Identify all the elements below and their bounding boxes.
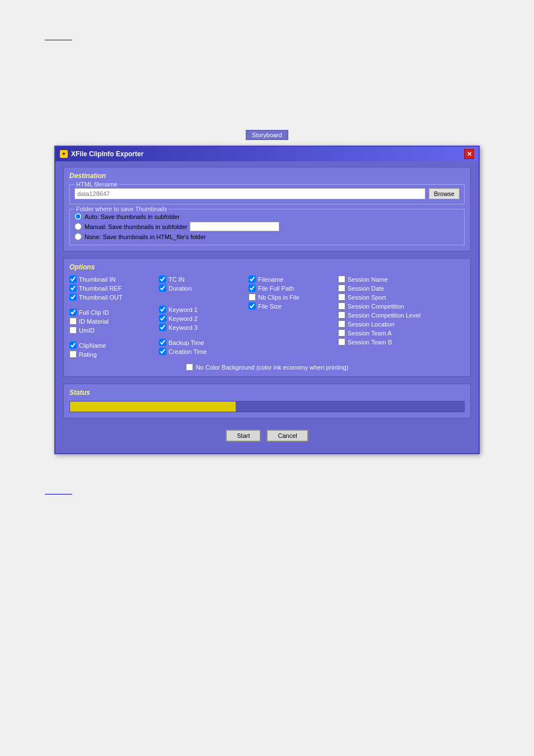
option-checkbox[interactable] (338, 276, 345, 283)
option-label: Keyword 2 (168, 315, 198, 322)
checkbox-row: Session Competition Level (338, 311, 446, 319)
browse-button[interactable]: Browse (429, 188, 460, 199)
checkbox-row: Nb Clips in File (249, 293, 334, 301)
dialog-body: Destination HTML filename Browse Folder … (55, 161, 479, 453)
dialog-window: ✦ XFile ClipInfo Exporter ✕ Destination … (54, 146, 480, 454)
options-col-4: Session NameSession DateSession SportSes… (338, 276, 450, 358)
option-checkbox[interactable] (159, 284, 166, 292)
checkbox-row: Thumbnail REF (69, 284, 154, 292)
option-checkbox[interactable] (69, 326, 77, 334)
dialog-titlebar: ✦ XFile ClipInfo Exporter ✕ (55, 147, 479, 161)
option-label: File Full Path (258, 285, 294, 292)
manual-subfolder-input[interactable] (190, 222, 279, 231)
option-checkbox[interactable] (69, 309, 77, 316)
option-checkbox[interactable] (249, 302, 256, 310)
options-section: Options Thumbnail INThumbnail REFThumbna… (63, 258, 471, 377)
option-label: Full Clip ID (79, 309, 109, 316)
spacer (69, 302, 154, 307)
option-checkbox[interactable] (159, 339, 166, 346)
checkbox-row: TC IN (159, 276, 244, 283)
no-color-checkbox[interactable] (186, 363, 193, 371)
option-checkbox[interactable] (69, 351, 77, 358)
checkbox-row: Session Sport (338, 293, 446, 301)
top-link[interactable]: ________ (45, 34, 72, 40)
spacer (69, 335, 154, 340)
radio-auto[interactable] (74, 213, 82, 220)
option-checkbox[interactable] (69, 293, 77, 301)
checkbox-row: Thumbnail OUT (69, 293, 154, 301)
option-label: Keyword 3 (168, 324, 198, 331)
option-checkbox[interactable] (338, 311, 345, 319)
thumbnail-folder-label: Folder where to save Thumbnails (74, 206, 168, 212)
checkbox-row: Creation Time (159, 348, 244, 355)
checkbox-row: Session Name (338, 276, 446, 283)
radio-manual[interactable] (74, 223, 82, 230)
radio-auto-label: Auto: Save thumbnails in subfolder (85, 213, 180, 220)
checkbox-row: Filename (249, 276, 334, 283)
option-checkbox[interactable] (338, 320, 345, 328)
checkbox-row: Session Competition (338, 302, 446, 310)
option-checkbox[interactable] (249, 276, 256, 283)
option-label: Session Competition Level (348, 312, 420, 319)
checkbox-row: Session Team B (338, 338, 446, 346)
option-checkbox[interactable] (338, 329, 345, 337)
option-checkbox[interactable] (69, 284, 77, 292)
option-checkbox[interactable] (159, 315, 166, 322)
checkbox-row: Backup Time (159, 339, 244, 346)
option-checkbox[interactable] (159, 324, 166, 331)
destination-section: Destination HTML filename Browse Folder … (63, 167, 471, 251)
radio-manual-label: Manual: Save thumbnails in subfolder (85, 223, 187, 230)
option-checkbox[interactable] (338, 338, 345, 346)
filename-input[interactable] (74, 188, 425, 199)
titlebar-left: ✦ XFile ClipInfo Exporter (60, 150, 143, 158)
option-checkbox[interactable] (249, 293, 256, 301)
option-label: Creation Time (168, 348, 207, 355)
destination-title: Destination (69, 172, 465, 180)
option-checkbox[interactable] (159, 348, 166, 355)
option-label: Session Name (348, 276, 388, 283)
option-checkbox[interactable] (159, 306, 166, 313)
html-filename-label: HTML filename (74, 181, 119, 188)
option-label: File Size (258, 303, 282, 310)
option-checkbox[interactable] (159, 276, 166, 283)
checkbox-row: Thumbnail IN (69, 276, 154, 283)
checkbox-row: Session Team A (338, 329, 446, 337)
start-button[interactable]: Start (226, 430, 261, 442)
option-checkbox[interactable] (338, 284, 345, 292)
radio-none[interactable] (74, 233, 82, 240)
checkbox-row: Full Clip ID (69, 309, 154, 316)
option-label: Thumbnail OUT (79, 294, 123, 301)
radio-none-label: None: Save thumbnails in HTML_file's fol… (85, 234, 206, 240)
option-checkbox[interactable] (69, 342, 77, 349)
option-label: Rating (79, 351, 97, 358)
options-grid: Thumbnail INThumbnail REFThumbnail OUTFu… (69, 276, 465, 358)
option-checkbox[interactable] (338, 302, 345, 310)
option-label: Keyword 1 (168, 306, 198, 313)
option-checkbox[interactable] (69, 318, 77, 325)
no-color-label: No Color Background (color ink economy w… (196, 364, 349, 371)
dialog-footer: Start Cancel (63, 425, 471, 447)
close-button[interactable]: ✕ (464, 149, 474, 159)
option-checkbox[interactable] (69, 276, 77, 283)
option-label: Session Team A (348, 330, 392, 337)
checkbox-row: File Size (249, 302, 334, 310)
radio-auto-row: Auto: Save thumbnails in subfolder (74, 213, 460, 220)
bottom-link[interactable]: ________ (45, 488, 72, 494)
option-label: Backup Time (168, 339, 204, 346)
cancel-button[interactable]: Cancel (266, 430, 308, 442)
option-checkbox[interactable] (249, 284, 256, 292)
option-checkbox[interactable] (338, 293, 345, 301)
status-title: Status (69, 389, 465, 396)
option-label: ClipName (79, 342, 106, 349)
status-bar-container (69, 401, 465, 412)
checkbox-row: Session Location (338, 320, 446, 328)
option-label: TC IN (168, 276, 185, 283)
radio-manual-row: Manual: Save thumbnails in subfolder (74, 222, 460, 231)
checkbox-row: Keyword 3 (159, 324, 244, 331)
spacer (159, 293, 244, 298)
option-label: Duration (168, 285, 192, 292)
option-label: Session Competition (348, 303, 404, 310)
status-bar-fill (70, 402, 236, 412)
no-color-row: No Color Background (color ink economy w… (69, 363, 465, 371)
option-label: Session Date (348, 285, 384, 292)
